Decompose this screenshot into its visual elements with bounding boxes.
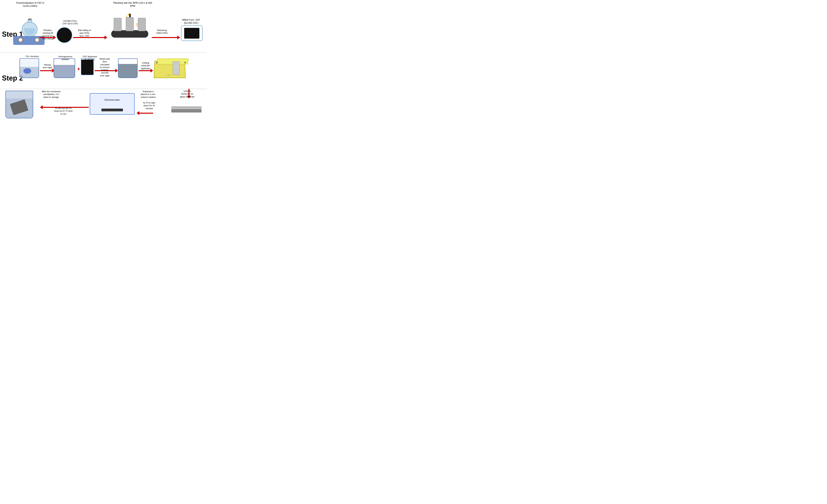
arrow-di-text: in Del H₂O for 24hours at 21 ºC priorto …	[44, 107, 83, 115]
arrow-left-substrate	[137, 111, 153, 115]
arrow3-text-step1: Retrievingmilled CNTs	[152, 29, 172, 35]
casting-text: Castingusing filmapplicator	[138, 61, 153, 70]
arrow-stirring	[40, 69, 55, 72]
arrow1-text-step1: Filtration,washing tillneutral pH,then d…	[39, 29, 57, 40]
storage-container	[5, 91, 33, 118]
for-pi-label: for PI to takeplace for 10minutes	[137, 101, 162, 110]
beaker-homogeneous	[54, 58, 75, 78]
di-water-box	[90, 93, 135, 115]
substrate-label: Substrate isplaced in a non-solvent medi…	[135, 90, 162, 99]
step1-header-left: Functionalization of CNT in H₂SO₄+HNO₃	[15, 2, 46, 8]
milled-cnt-box	[181, 25, 202, 41]
uniform-label: Uniformthickness onglass substrate	[175, 90, 200, 98]
arrow2-text-step1: Ball milling ofpart of thefunc. CNT	[74, 29, 95, 37]
unmilled-cnt-circle	[57, 27, 72, 43]
arrow3-step1	[152, 36, 180, 39]
ca-acetone-label: CA + Acetone	[22, 55, 42, 58]
plus-sign: +	[77, 66, 80, 72]
unmilled-label: Unmilled Func.CNT (Eli-0 CNT)	[57, 19, 83, 25]
glass-substrate	[171, 106, 201, 112]
film-applicator: →	[154, 58, 189, 81]
stirring-text: Stirringover night	[40, 63, 55, 69]
beaker-ca	[19, 58, 39, 78]
mixed-text: Mixed wellthensonicatedto removebubblesa…	[94, 58, 115, 77]
di-water-label: Deionized water	[96, 99, 129, 101]
after-membrane-label: After the membraneprecipitates, it istak…	[34, 90, 68, 99]
beaker-cnt	[81, 58, 94, 75]
step1-header-center: Planetary ball mill, BPR=120:1 at 400 RP…	[113, 2, 152, 8]
diagram: Functionalization of CNT in H₂SO₄+HNO₃ P…	[0, 0, 207, 126]
ball-mill: ↺ ↻ ↻	[108, 12, 151, 40]
separator2	[0, 89, 207, 89]
separator1	[0, 52, 207, 53]
beaker-mixed	[118, 58, 138, 78]
step1-header-right: Milled Func. CNT(Eli-400 CNT)	[180, 18, 203, 24]
